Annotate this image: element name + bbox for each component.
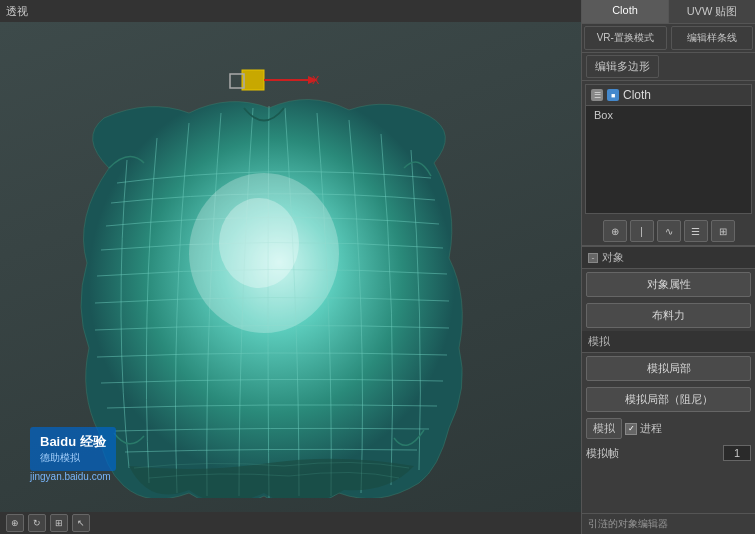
watermark-sub: 德助模拟 (40, 451, 106, 465)
scene-canvas[interactable]: X (0, 22, 581, 512)
simulate-section-label: 模拟 (582, 331, 755, 353)
simulate-checkbox[interactable]: ✓ (625, 423, 637, 435)
simulate-local-dampen-button[interactable]: 模拟局部（阻尼） (586, 387, 751, 412)
edit-spline-button[interactable]: 编辑样条线 (671, 26, 754, 50)
toolbar-icon-add[interactable]: ⊕ (603, 220, 627, 242)
icon-toolbar: ⊕ | ∿ ☰ ⊞ (582, 217, 755, 246)
tree-header: ☰ ■ Cloth (586, 85, 751, 106)
tree-eye-icon[interactable]: ☰ (591, 89, 603, 101)
simulate-frame-row: 模拟帧 1 (582, 442, 755, 464)
main-layout: 透视 X (0, 0, 755, 534)
tab-uvw[interactable]: UVW 贴图 (669, 0, 755, 23)
object-properties-button[interactable]: 对象属性 (586, 272, 751, 297)
tab-cloth[interactable]: Cloth (582, 0, 669, 23)
right-panel: Cloth UVW 贴图 VR-置换模式 编辑样条线 编辑多边形 ☰ ■ Clo… (581, 0, 755, 534)
watermark: Baidu 经验 德助模拟 jingyan.baidu.com (30, 427, 116, 482)
simulate-row: 模拟 ✓ 进程 (582, 415, 755, 442)
toolbar-icon-grid[interactable]: ⊞ (711, 220, 735, 242)
check-mark: ✓ (628, 424, 635, 433)
simulate-frame-value: 1 (723, 445, 751, 461)
svg-point-6 (219, 198, 299, 288)
viewport: 透视 X (0, 0, 581, 534)
scale-icon[interactable]: ⊞ (50, 514, 68, 532)
cloth-force-button[interactable]: 布料力 (586, 303, 751, 328)
rotate-icon[interactable]: ↻ (28, 514, 46, 532)
section-collapse-btn[interactable]: - (588, 253, 598, 263)
buttons-row: VR-置换模式 编辑样条线 (582, 24, 755, 53)
watermark-brand: Baidu 经验 (40, 433, 106, 451)
viewport-label: 透视 (6, 4, 28, 19)
poly-btn-row: 编辑多边形 (582, 53, 755, 81)
tree-header-label: Cloth (623, 88, 651, 102)
select-icon[interactable]: ↖ (72, 514, 90, 532)
toolbar-icon-list[interactable]: ☰ (684, 220, 708, 242)
viewport-bottom-bar: ⊕ ↻ ⊞ ↖ (0, 512, 581, 534)
tree-toggle-icon[interactable]: ■ (607, 89, 619, 101)
toolbar-icon-wave[interactable]: ∿ (657, 220, 681, 242)
section-object-label: 对象 (602, 250, 624, 265)
tabs-row: Cloth UVW 贴图 (582, 0, 755, 24)
move-icon[interactable]: ⊕ (6, 514, 24, 532)
simulate-frame-label: 模拟帧 (586, 446, 719, 461)
watermark-url: jingyan.baidu.com (30, 471, 116, 482)
simulate-button[interactable]: 模拟 (586, 418, 622, 439)
progress-label: 进程 (640, 421, 662, 436)
tree-item-box[interactable]: Box (586, 106, 751, 124)
toolbar-icon-edit[interactable]: | (630, 220, 654, 242)
section-object-header: - 对象 (582, 246, 755, 269)
bottom-note: 引涟的对象编辑器 (582, 513, 755, 534)
simulate-local-button[interactable]: 模拟局部 (586, 356, 751, 381)
scene-tree: ☰ ■ Cloth Box (585, 84, 752, 214)
vr-displace-button[interactable]: VR-置换模式 (584, 26, 667, 50)
edit-poly-button[interactable]: 编辑多边形 (586, 55, 659, 78)
viewport-top-bar: 透视 (0, 0, 581, 22)
